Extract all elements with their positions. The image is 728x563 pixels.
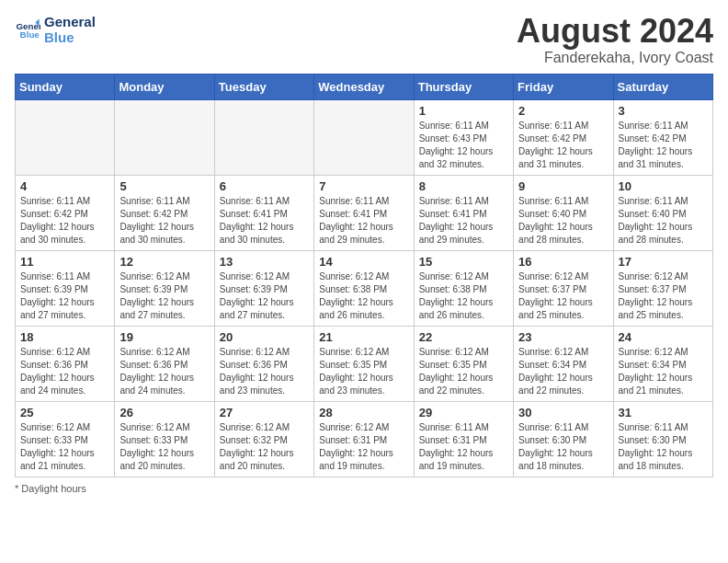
calendar-cell: 17Sunrise: 6:12 AM Sunset: 6:37 PM Dayli… <box>613 251 712 327</box>
day-number: 3 <box>619 104 708 118</box>
week-row-3: 18Sunrise: 6:12 AM Sunset: 6:36 PM Dayli… <box>16 327 713 402</box>
day-info: Sunrise: 6:11 AM Sunset: 6:42 PM Dayligh… <box>20 195 109 247</box>
day-info: Sunrise: 6:12 AM Sunset: 6:37 PM Dayligh… <box>619 270 708 322</box>
weekday-header-monday: Monday <box>115 75 214 100</box>
day-number: 6 <box>220 179 309 193</box>
day-number: 11 <box>20 255 109 269</box>
logo-icon: General Blue <box>15 17 40 43</box>
day-info: Sunrise: 6:12 AM Sunset: 6:39 PM Dayligh… <box>119 270 209 322</box>
day-number: 8 <box>419 179 508 193</box>
day-info: Sunrise: 6:11 AM Sunset: 6:30 PM Dayligh… <box>518 421 608 473</box>
calendar-cell: 4Sunrise: 6:11 AM Sunset: 6:42 PM Daylig… <box>16 176 115 251</box>
day-info: Sunrise: 6:12 AM Sunset: 6:36 PM Dayligh… <box>119 346 209 397</box>
day-info: Sunrise: 6:12 AM Sunset: 6:39 PM Dayligh… <box>220 270 309 322</box>
day-number: 10 <box>619 179 708 193</box>
calendar-cell: 28Sunrise: 6:12 AM Sunset: 6:31 PM Dayli… <box>314 402 414 477</box>
footer-text: Daylight hours <box>21 483 85 494</box>
day-number: 14 <box>319 255 408 269</box>
day-info: Sunrise: 6:11 AM Sunset: 6:40 PM Dayligh… <box>518 195 608 247</box>
day-number: 5 <box>119 179 209 193</box>
day-info: Sunrise: 6:11 AM Sunset: 6:41 PM Dayligh… <box>220 195 309 247</box>
footer-note: * Daylight hours <box>15 483 713 494</box>
week-row-1: 4Sunrise: 6:11 AM Sunset: 6:42 PM Daylig… <box>16 176 713 251</box>
calendar-cell: 11Sunrise: 6:11 AM Sunset: 6:39 PM Dayli… <box>16 251 115 327</box>
day-number: 1 <box>419 104 508 118</box>
calendar-cell <box>214 100 313 176</box>
day-number: 21 <box>319 330 408 344</box>
day-info: Sunrise: 6:11 AM Sunset: 6:39 PM Dayligh… <box>20 270 109 322</box>
logo: General Blue General Blue <box>15 15 96 45</box>
weekday-header-friday: Friday <box>514 75 613 100</box>
day-info: Sunrise: 6:11 AM Sunset: 6:40 PM Dayligh… <box>619 195 708 247</box>
location: Fanderekaha, Ivory Coast <box>517 50 713 66</box>
calendar-cell <box>16 100 115 176</box>
week-row-0: 1Sunrise: 6:11 AM Sunset: 6:43 PM Daylig… <box>16 100 713 176</box>
month-year: August 2024 <box>517 15 713 48</box>
day-number: 15 <box>419 255 508 269</box>
calendar-cell: 21Sunrise: 6:12 AM Sunset: 6:35 PM Dayli… <box>314 327 414 402</box>
day-number: 30 <box>518 406 608 419</box>
calendar-cell: 24Sunrise: 6:12 AM Sunset: 6:34 PM Dayli… <box>613 327 712 402</box>
day-number: 7 <box>319 179 408 193</box>
day-number: 24 <box>619 330 708 344</box>
day-info: Sunrise: 6:11 AM Sunset: 6:43 PM Dayligh… <box>419 120 508 171</box>
day-number: 2 <box>518 104 608 118</box>
calendar-cell: 10Sunrise: 6:11 AM Sunset: 6:40 PM Dayli… <box>613 176 712 251</box>
day-info: Sunrise: 6:12 AM Sunset: 6:38 PM Dayligh… <box>419 270 508 322</box>
calendar-cell: 29Sunrise: 6:11 AM Sunset: 6:31 PM Dayli… <box>414 402 513 477</box>
day-number: 19 <box>119 330 209 344</box>
calendar-cell: 8Sunrise: 6:11 AM Sunset: 6:41 PM Daylig… <box>414 176 513 251</box>
calendar-cell: 18Sunrise: 6:12 AM Sunset: 6:36 PM Dayli… <box>16 327 115 402</box>
calendar-cell: 13Sunrise: 6:12 AM Sunset: 6:39 PM Dayli… <box>214 251 313 327</box>
weekday-header-saturday: Saturday <box>613 75 712 100</box>
calendar-cell: 7Sunrise: 6:11 AM Sunset: 6:41 PM Daylig… <box>314 176 414 251</box>
day-info: Sunrise: 6:12 AM Sunset: 6:34 PM Dayligh… <box>518 346 608 397</box>
calendar-cell: 6Sunrise: 6:11 AM Sunset: 6:41 PM Daylig… <box>214 176 313 251</box>
day-info: Sunrise: 6:11 AM Sunset: 6:42 PM Dayligh… <box>518 120 608 171</box>
calendar-cell: 26Sunrise: 6:12 AM Sunset: 6:33 PM Dayli… <box>115 402 214 477</box>
day-number: 28 <box>319 406 408 419</box>
day-info: Sunrise: 6:11 AM Sunset: 6:41 PM Dayligh… <box>319 195 408 247</box>
calendar-cell: 3Sunrise: 6:11 AM Sunset: 6:42 PM Daylig… <box>613 100 712 176</box>
day-number: 26 <box>119 406 209 419</box>
calendar-table: SundayMondayTuesdayWednesdayThursdayFrid… <box>15 74 713 477</box>
calendar-cell: 31Sunrise: 6:11 AM Sunset: 6:30 PM Dayli… <box>613 402 712 477</box>
page-header: General Blue General Blue August 2024 Fa… <box>15 15 713 66</box>
day-number: 23 <box>518 330 608 344</box>
day-number: 18 <box>20 330 109 344</box>
calendar-cell: 20Sunrise: 6:12 AM Sunset: 6:36 PM Dayli… <box>214 327 313 402</box>
day-info: Sunrise: 6:12 AM Sunset: 6:32 PM Dayligh… <box>220 421 309 473</box>
calendar-cell: 25Sunrise: 6:12 AM Sunset: 6:33 PM Dayli… <box>16 402 115 477</box>
calendar-cell <box>115 100 214 176</box>
day-info: Sunrise: 6:11 AM Sunset: 6:41 PM Dayligh… <box>419 195 508 247</box>
weekday-header-row: SundayMondayTuesdayWednesdayThursdayFrid… <box>16 75 713 100</box>
day-info: Sunrise: 6:12 AM Sunset: 6:35 PM Dayligh… <box>319 346 408 397</box>
weekday-header-sunday: Sunday <box>16 75 115 100</box>
calendar-cell: 14Sunrise: 6:12 AM Sunset: 6:38 PM Dayli… <box>314 251 414 327</box>
day-info: Sunrise: 6:12 AM Sunset: 6:35 PM Dayligh… <box>419 346 508 397</box>
weekday-header-tuesday: Tuesday <box>214 75 313 100</box>
day-number: 12 <box>119 255 209 269</box>
day-info: Sunrise: 6:12 AM Sunset: 6:36 PM Dayligh… <box>20 346 109 397</box>
calendar-cell: 19Sunrise: 6:12 AM Sunset: 6:36 PM Dayli… <box>115 327 214 402</box>
day-info: Sunrise: 6:11 AM Sunset: 6:42 PM Dayligh… <box>119 195 209 247</box>
weekday-header-wednesday: Wednesday <box>314 75 414 100</box>
calendar-cell: 23Sunrise: 6:12 AM Sunset: 6:34 PM Dayli… <box>514 327 613 402</box>
day-number: 4 <box>20 179 109 193</box>
calendar-cell: 30Sunrise: 6:11 AM Sunset: 6:30 PM Dayli… <box>514 402 613 477</box>
day-info: Sunrise: 6:12 AM Sunset: 6:36 PM Dayligh… <box>220 346 309 397</box>
day-number: 13 <box>220 255 309 269</box>
day-number: 17 <box>619 255 708 269</box>
calendar-cell: 27Sunrise: 6:12 AM Sunset: 6:32 PM Dayli… <box>214 402 313 477</box>
day-info: Sunrise: 6:12 AM Sunset: 6:34 PM Dayligh… <box>619 346 708 397</box>
weekday-header-thursday: Thursday <box>414 75 513 100</box>
svg-text:Blue: Blue <box>20 29 40 40</box>
week-row-2: 11Sunrise: 6:11 AM Sunset: 6:39 PM Dayli… <box>16 251 713 327</box>
calendar-cell: 12Sunrise: 6:12 AM Sunset: 6:39 PM Dayli… <box>115 251 214 327</box>
calendar-cell: 2Sunrise: 6:11 AM Sunset: 6:42 PM Daylig… <box>514 100 613 176</box>
day-number: 9 <box>518 179 608 193</box>
day-info: Sunrise: 6:12 AM Sunset: 6:31 PM Dayligh… <box>319 421 408 473</box>
day-number: 31 <box>619 406 708 419</box>
calendar-cell: 16Sunrise: 6:12 AM Sunset: 6:37 PM Dayli… <box>514 251 613 327</box>
day-number: 22 <box>419 330 508 344</box>
